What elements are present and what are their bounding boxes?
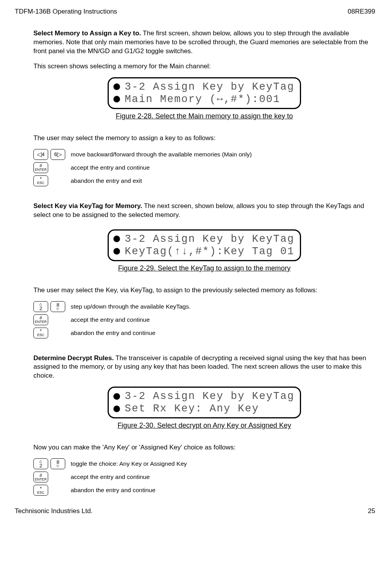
key2-row2-desc: accept the entry and continue [71, 316, 150, 323]
lcd2-dot2 [113, 248, 120, 255]
esc-label-2: ESC [37, 333, 45, 337]
section1-intro2: This screen shows selecting a memory for… [33, 62, 375, 71]
lcd3-line2: Set Rx Key: Any Key [125, 403, 259, 415]
key3-row1-desc: toggle the choice: Any Key or Assigned K… [71, 460, 187, 467]
section2-title: Select Key via KeyTag for Memory. [33, 202, 142, 210]
key-4-left: ◁4 [33, 149, 48, 160]
esc-label-3: ESC [37, 491, 45, 494]
doc-header-left: TDFM-136B Operating Instructions [15, 8, 117, 16]
doc-header-right: 08RE399 [348, 8, 375, 16]
section2-prompt: The user may select the Key, via KeyTag,… [33, 286, 375, 295]
key-2-up: △2 [33, 301, 48, 312]
enter-label: ENTER [35, 168, 47, 172]
key-6-label: 6 [54, 151, 57, 157]
key-table-2: △2 8▽ step up/down through the available… [33, 301, 375, 338]
lcd1-line1: 3-2 Assign Key by KeyTag [125, 81, 294, 93]
key1-row1-desc: move backward/forward through the availa… [71, 151, 252, 158]
key-table-1: ◁4 6▷ move backward/forward through the … [33, 149, 375, 186]
lcd2-line1: 3-2 Assign Key by KeyTag [125, 233, 294, 245]
key3-row3-desc: abandon the entry and continue [71, 487, 155, 494]
key-enter-2: #ENTER [33, 314, 48, 325]
section1-prompt: The user may select the memory to assign… [33, 134, 375, 143]
key-4-label: 4 [42, 151, 44, 157]
lcd3-line1: 3-2 Assign Key by KeyTag [125, 390, 294, 402]
star-label-3: * [40, 486, 42, 491]
key-2-label: 2 [39, 306, 42, 311]
key-8-label: 8 [56, 302, 59, 307]
key-8-down-b: 8▽ [50, 458, 65, 469]
section2-para: Select Key via KeyTag for Memory. The ne… [33, 202, 375, 220]
key-6-right: 6▷ [50, 149, 65, 160]
section3-prompt: Now you can make the 'Any Key' or 'Assig… [33, 443, 375, 452]
esc-label: ESC [37, 181, 45, 185]
key-esc-2: *ESC [33, 328, 48, 338]
section1-title: Select Memory to Assign a Key to. [33, 29, 141, 37]
key2-row1-desc: step up/down through the available KeyTa… [71, 303, 191, 310]
key1-row2-desc: accept the entry and continue [71, 164, 150, 171]
section3-title: Determine Decrypt Rules. [33, 354, 114, 362]
doc-footer-right: 25 [368, 507, 375, 515]
lcd-display-1: 3-2 Assign Key by KeyTag Main Memory (↔,… [33, 77, 375, 109]
key-8-down: 8▽ [50, 301, 65, 312]
hash-label-3: # [40, 473, 42, 478]
lcd3-dot1 [113, 393, 120, 400]
lcd1-line2: Main Memory (↔,#*):001 [125, 94, 280, 105]
lcd2-line2: KeyTag(↑↓,#*):Key Tag 01 [125, 246, 294, 257]
key3-row2-desc: accept the entry and continue [71, 474, 150, 480]
lcd1-dot1 [113, 83, 120, 90]
key-enter: #ENTER [33, 162, 48, 173]
enter-label-3: ENTER [35, 478, 47, 481]
lcd-display-2: 3-2 Assign Key by KeyTag KeyTag(↑↓,#*):K… [33, 229, 375, 261]
figure-caption-3: Figure 2-30. Select decrypt on Any Key o… [33, 421, 375, 430]
figure-caption-1: Figure 2-28. Select the Main memory to a… [33, 112, 375, 120]
lcd3-dot2 [113, 406, 120, 412]
key-2-up-b: △2 [33, 458, 48, 469]
key-table-3: △2 8▽ toggle the choice: Any Key or Assi… [33, 458, 375, 496]
key-enter-3: #ENTER [33, 472, 48, 482]
doc-footer-left: Technisonic Industries Ltd. [15, 507, 92, 515]
page-content: Select Memory to Assign a Key to. The fi… [15, 29, 375, 496]
key-esc: *ESC [33, 175, 48, 186]
section3-para: Determine Decrypt Rules. The transceiver… [33, 354, 375, 381]
figure-caption-2: Figure 2-29. Select the KeyTag to assign… [33, 264, 375, 272]
key-esc-3: *ESC [33, 485, 48, 496]
section1-para: Select Memory to Assign a Key to. The fi… [33, 29, 375, 56]
key2-row3-desc: abandon the entry and continue [71, 330, 155, 336]
key-2-label-b: 2 [39, 463, 42, 468]
lcd1-dot2 [113, 96, 120, 102]
lcd-display-3: 3-2 Assign Key by KeyTag Set Rx Key: Any… [33, 387, 375, 418]
enter-label-2: ENTER [35, 320, 47, 324]
key1-row3-desc: abandon the entry and exit [71, 177, 142, 184]
lcd2-dot1 [113, 236, 120, 242]
